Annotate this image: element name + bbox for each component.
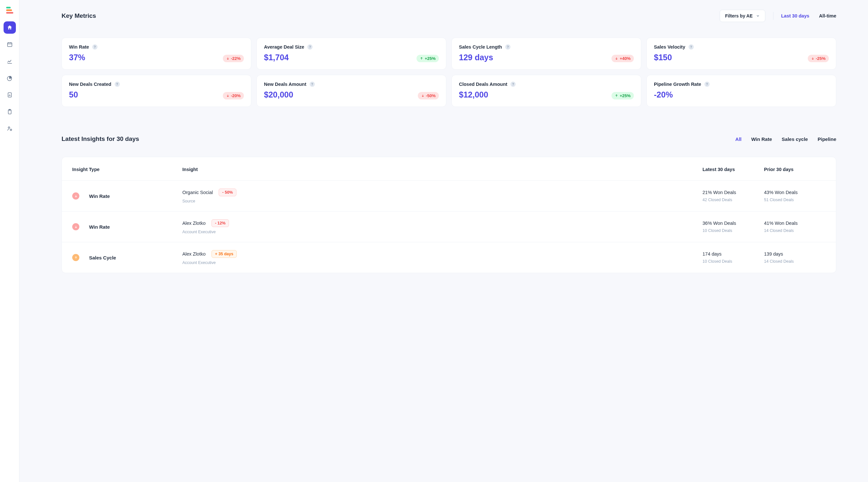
metric-value: $20,000 bbox=[264, 90, 293, 99]
page-title: Key Metrics bbox=[62, 12, 96, 20]
nav-trends[interactable] bbox=[4, 55, 16, 67]
delta-value: -22% bbox=[231, 56, 241, 61]
metric-title: Pipeline Growth Rate bbox=[654, 82, 701, 87]
calendar-icon bbox=[7, 41, 12, 47]
svg-rect-0 bbox=[7, 43, 12, 47]
insight-subtitle: Account Executive bbox=[182, 261, 703, 265]
type-cell: Sales Cycle bbox=[72, 254, 182, 261]
metric-value: -20% bbox=[654, 90, 673, 99]
delta-value: +25% bbox=[620, 93, 630, 98]
table-header: Insight Type Insight Latest 30 days Prio… bbox=[62, 157, 836, 180]
nav-calendar[interactable] bbox=[4, 38, 16, 51]
svg-point-4 bbox=[8, 127, 10, 129]
help-icon[interactable]: ? bbox=[92, 44, 97, 50]
insights-tabs: AllWin RateSales cyclePipeline bbox=[735, 137, 836, 142]
metric-card[interactable]: Sales Cycle Length?129 days+40% bbox=[452, 37, 641, 70]
nav-home[interactable] bbox=[4, 21, 16, 34]
app-logo bbox=[6, 6, 13, 13]
delta-value: -20% bbox=[231, 93, 241, 98]
delta-value: +40% bbox=[620, 56, 630, 61]
nav-documents[interactable] bbox=[4, 89, 16, 101]
prior-cell: 139 days14 Closed Deals bbox=[764, 251, 826, 264]
delta-badge: -25% bbox=[808, 55, 829, 62]
chevron-down-icon bbox=[756, 14, 760, 18]
metric-card[interactable]: Pipeline Growth Rate?-20% bbox=[647, 75, 836, 107]
insights-header: Latest Insights for 30 days AllWin RateS… bbox=[62, 135, 836, 143]
metric-card[interactable]: Sales Velocity?$150-25% bbox=[647, 37, 836, 70]
table-row[interactable]: Win RateAlex Zlotko- 12%Account Executiv… bbox=[62, 211, 836, 242]
latest-sub: 10 Closed Deals bbox=[703, 259, 764, 264]
delta-value: +25% bbox=[425, 56, 436, 61]
insight-type-label: Win Rate bbox=[89, 224, 110, 230]
latest-cell: 36% Won Deals10 Closed Deals bbox=[703, 220, 764, 233]
delta-badge: +25% bbox=[612, 92, 634, 99]
delta-badge: +25% bbox=[416, 55, 439, 62]
delta-value: -25% bbox=[816, 56, 826, 61]
insight-cell: Organic Social- 50%Source bbox=[182, 188, 703, 204]
insight-type-label: Win Rate bbox=[89, 193, 110, 199]
trend-down-icon bbox=[72, 192, 79, 200]
insight-cell: Alex Zlotko+ 35 daysAccount Executive bbox=[182, 250, 703, 265]
latest-main: 21% Won Deals bbox=[703, 190, 764, 195]
filter-button[interactable]: Filters by AE bbox=[720, 10, 765, 22]
insight-name: Alex Zlotko bbox=[182, 251, 206, 257]
metric-card[interactable]: New Deals Amount?$20,000-50% bbox=[256, 75, 446, 107]
nav-user-settings[interactable] bbox=[4, 122, 16, 135]
change-pill: - 12% bbox=[212, 219, 229, 227]
help-icon[interactable]: ? bbox=[310, 82, 315, 87]
main-content: Key Metrics Filters by AE Last 30 daysAl… bbox=[20, 0, 868, 482]
metric-card[interactable]: Average Deal Size?$1,704+25% bbox=[256, 37, 446, 70]
insight-cell: Alex Zlotko- 12%Account Executive bbox=[182, 219, 703, 234]
table-row[interactable]: Win RateOrganic Social- 50%Source21% Won… bbox=[62, 180, 836, 211]
metric-card[interactable]: Win Rate?37%-22% bbox=[62, 37, 251, 70]
col-prior: Prior 30 days bbox=[764, 167, 826, 172]
metric-title: New Deals Created bbox=[69, 82, 112, 87]
latest-main: 36% Won Deals bbox=[703, 220, 764, 226]
insight-name: Alex Zlotko bbox=[182, 220, 206, 226]
filter-label: Filters by AE bbox=[725, 13, 753, 19]
type-cell: Win Rate bbox=[72, 223, 182, 230]
delta-badge: +40% bbox=[612, 55, 634, 62]
time-range-tabs: Last 30 daysAll-time bbox=[781, 11, 836, 21]
delta-value: -50% bbox=[426, 93, 436, 98]
help-icon[interactable]: ? bbox=[505, 44, 510, 50]
line-chart-icon bbox=[7, 58, 12, 64]
prior-sub: 51 Closed Deals bbox=[764, 198, 826, 202]
metric-title: Win Rate bbox=[69, 44, 89, 50]
col-insight: Insight bbox=[182, 167, 703, 172]
col-insight-type: Insight Type bbox=[72, 167, 182, 172]
prior-sub: 14 Closed Deals bbox=[764, 259, 826, 264]
metric-title: Sales Cycle Length bbox=[459, 44, 502, 50]
metrics-grid: Win Rate?37%-22%Average Deal Size?$1,704… bbox=[62, 37, 836, 107]
change-pill: - 50% bbox=[219, 188, 237, 196]
time-tab-all-time[interactable]: All-time bbox=[819, 11, 836, 21]
metric-title: New Deals Amount bbox=[264, 82, 306, 87]
insights-table: Insight Type Insight Latest 30 days Prio… bbox=[62, 157, 836, 273]
metric-value: $12,000 bbox=[459, 90, 488, 99]
help-icon[interactable]: ? bbox=[688, 44, 694, 50]
help-icon[interactable]: ? bbox=[705, 82, 710, 87]
nav-clipboard[interactable] bbox=[4, 106, 16, 118]
change-pill: + 35 days bbox=[212, 250, 237, 258]
tab-pipeline[interactable]: Pipeline bbox=[817, 137, 836, 142]
insight-name: Organic Social bbox=[182, 190, 213, 195]
trend-up-icon bbox=[72, 254, 79, 261]
help-icon[interactable]: ? bbox=[510, 82, 516, 87]
latest-sub: 42 Closed Deals bbox=[703, 198, 764, 202]
latest-cell: 21% Won Deals42 Closed Deals bbox=[703, 190, 764, 202]
help-icon[interactable]: ? bbox=[115, 82, 120, 87]
table-row[interactable]: Sales CycleAlex Zlotko+ 35 daysAccount E… bbox=[62, 242, 836, 273]
vertical-divider bbox=[773, 12, 773, 20]
tab-all[interactable]: All bbox=[735, 137, 741, 142]
prior-cell: 43% Won Deals51 Closed Deals bbox=[764, 190, 826, 202]
nav-reports[interactable] bbox=[4, 72, 16, 84]
metric-card[interactable]: Closed Deals Amount?$12,000+25% bbox=[452, 75, 641, 107]
time-tab-last-30-days[interactable]: Last 30 days bbox=[781, 11, 809, 21]
help-icon[interactable]: ? bbox=[307, 44, 313, 50]
tab-win-rate[interactable]: Win Rate bbox=[751, 137, 772, 142]
metric-card[interactable]: New Deals Created?50-20% bbox=[62, 75, 251, 107]
prior-cell: 41% Won Deals14 Closed Deals bbox=[764, 220, 826, 233]
tab-sales-cycle[interactable]: Sales cycle bbox=[782, 137, 808, 142]
latest-sub: 10 Closed Deals bbox=[703, 229, 764, 233]
delta-badge: -22% bbox=[223, 55, 244, 62]
